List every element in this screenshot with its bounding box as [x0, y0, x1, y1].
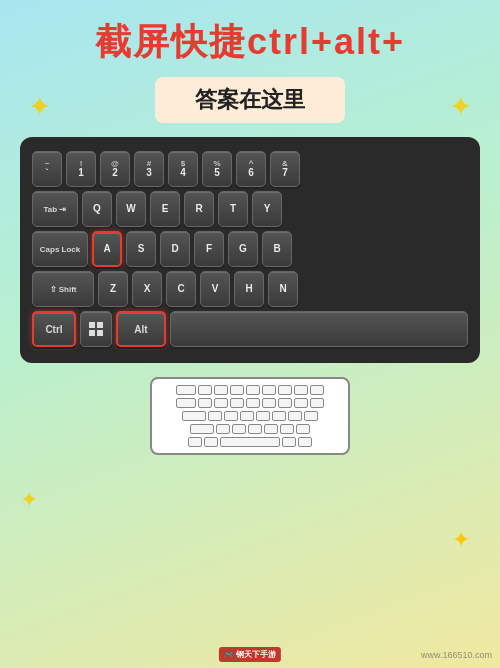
key-ctrl: Ctrl [32, 311, 76, 347]
key-2: @ 2 [100, 151, 130, 187]
key-h: H [234, 271, 264, 307]
key-v: V [200, 271, 230, 307]
logo-area: 🎮 钢天下手游 [219, 647, 281, 662]
key-x: X [132, 271, 162, 307]
kb-row-5: Ctrl Alt [32, 311, 468, 347]
key-4: $ 4 [168, 151, 198, 187]
star-top-left: ✦ [28, 90, 51, 123]
key-r: R [184, 191, 214, 227]
key-z: Z [98, 271, 128, 307]
answer-box: 答案在这里 [155, 77, 345, 123]
star-top-right: ✦ [449, 90, 472, 123]
key-space [170, 311, 468, 347]
svg-rect-0 [89, 322, 95, 328]
star-bottom-left: ✦ [20, 487, 38, 513]
key-g: G [228, 231, 258, 267]
key-alt: Alt [116, 311, 166, 347]
title-bar: 截屏快捷ctrl+alt+ [20, 18, 480, 67]
kb-row-4: ⇧ Shift Z X C V H N [32, 271, 468, 307]
kb-row-1: ~ ` ! 1 @ 2 # 3 $ 4 % 5 [32, 151, 468, 187]
svg-rect-3 [97, 330, 103, 336]
watermark: www.166510.com [421, 650, 492, 660]
page-container: ✦ ✦ ✦ ✦ 截屏快捷ctrl+alt+ 答案在这里 ~ ` ! 1 @ 2 … [0, 0, 500, 668]
star-bottom-right: ✦ [452, 527, 470, 553]
key-3: # 3 [134, 151, 164, 187]
diag-row-2 [176, 398, 324, 408]
key-d: D [160, 231, 190, 267]
windows-icon [89, 322, 103, 336]
keyboard-diagram [150, 377, 350, 455]
key-b: B [262, 231, 292, 267]
key-f: F [194, 231, 224, 267]
key-win [80, 311, 112, 347]
key-6: ^ 6 [236, 151, 266, 187]
key-c: C [166, 271, 196, 307]
logo-badge: 🎮 钢天下手游 [219, 647, 281, 662]
key-capslock: Caps Lock [32, 231, 88, 267]
key-tab: Tab ⇥ [32, 191, 78, 227]
answer-text: 答案在这里 [195, 87, 305, 112]
key-a: A [92, 231, 122, 267]
svg-rect-2 [89, 330, 95, 336]
key-w: W [116, 191, 146, 227]
key-q: Q [82, 191, 112, 227]
key-n: N [268, 271, 298, 307]
diag-row-1 [176, 385, 324, 395]
diag-row-5 [188, 437, 312, 447]
key-shift: ⇧ Shift [32, 271, 94, 307]
key-5: % 5 [202, 151, 232, 187]
kb-row-2: Tab ⇥ Q W E R T Y [32, 191, 468, 227]
key-7: & 7 [270, 151, 300, 187]
key-e: E [150, 191, 180, 227]
key-backtick: ~ ` [32, 151, 62, 187]
svg-rect-1 [97, 322, 103, 328]
keyboard-photo: ~ ` ! 1 @ 2 # 3 $ 4 % 5 [20, 137, 480, 363]
key-1: ! 1 [66, 151, 96, 187]
page-title: 截屏快捷ctrl+alt+ [95, 21, 405, 62]
kb-row-3: Caps Lock A S D F G B [32, 231, 468, 267]
key-y: Y [252, 191, 282, 227]
key-s: S [126, 231, 156, 267]
key-t: T [218, 191, 248, 227]
diag-row-3 [182, 411, 318, 421]
diag-row-4 [190, 424, 310, 434]
